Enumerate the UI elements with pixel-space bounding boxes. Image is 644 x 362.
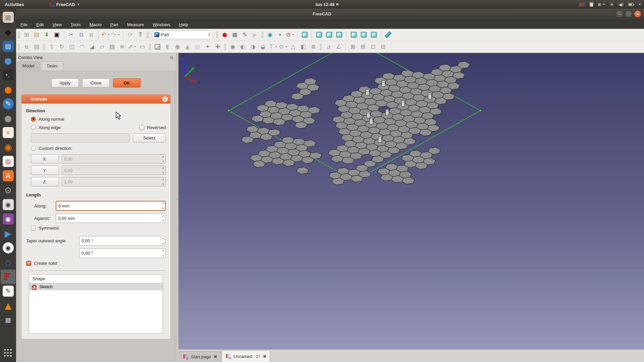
menu-macro[interactable]: Macro — [85, 21, 106, 28]
launcher-blender[interactable]: ◉ — [1, 140, 15, 154]
launcher-camera[interactable]: ◉ — [1, 197, 15, 212]
launcher-chromium[interactable]: ● — [1, 53, 15, 68]
part-split-boolean-button[interactable]: ⊙▼ — [278, 42, 288, 52]
launcher-show-applications[interactable] — [1, 346, 15, 360]
launcher-gimp[interactable]: ● — [1, 111, 15, 125]
draw-style-button[interactable]: ⊘▼ — [285, 30, 295, 40]
window-titlebar[interactable]: FreeCAD − □ ✕ — [0, 9, 644, 20]
open-document-button[interactable]: ▤ — [32, 30, 41, 40]
toolbar-grip[interactable] — [147, 32, 149, 38]
along-length-input[interactable]: 6 mm ▲▼ — [56, 201, 166, 211]
view-bottom-button[interactable] — [359, 30, 368, 40]
keyboard-layout-button[interactable]: it ▼ — [598, 2, 605, 7]
cut-button[interactable]: ✂ — [66, 30, 76, 40]
part-mirror-button[interactable]: ◫ — [67, 42, 76, 52]
part-union-button[interactable]: ◑ — [248, 42, 258, 52]
launcher-webcam-app[interactable]: ◉ — [1, 212, 15, 226]
launcher-files[interactable]: ▤ — [1, 10, 15, 24]
measure-toggle-delta-button[interactable]: ⊟ — [378, 42, 388, 52]
measure-toggle-all-button[interactable]: ⊞ — [358, 42, 368, 52]
part-chamfer-button[interactable]: ◢ — [87, 42, 97, 52]
redo-button[interactable]: ↷▼ — [111, 30, 120, 40]
clipboard-icon[interactable] — [589, 2, 593, 7]
part-extrude-button[interactable]: ⇧ — [47, 42, 56, 52]
dropdown-arrow-icon[interactable]: ▼ — [285, 45, 287, 48]
close-tab-icon[interactable]: ✖ — [263, 354, 266, 359]
view-left-button[interactable] — [369, 30, 378, 40]
part-loft-button[interactable]: ≋ — [117, 42, 127, 52]
launcher-eye-viewer[interactable]: ◉ — [1, 241, 15, 255]
volume-icon[interactable]: ◀) — [619, 2, 624, 7]
toolbar-grip[interactable] — [261, 32, 264, 38]
screen-record-icon[interactable] — [579, 2, 585, 6]
dropdown-arrow-icon[interactable]: ▼ — [117, 33, 120, 36]
part-common-button[interactable]: ◒ — [258, 42, 268, 52]
launcher-freecad[interactable]: F⚙ — [1, 269, 15, 284]
maximize-button[interactable]: □ — [625, 10, 632, 18]
macro-record-button[interactable]: ● — [220, 30, 229, 40]
whats-this-button[interactable]: ? — [136, 30, 145, 40]
macro-stop-button[interactable]: ■ — [230, 30, 239, 40]
view-right-button[interactable] — [334, 30, 344, 40]
close-task-button[interactable]: Close — [82, 78, 110, 87]
menu-windows[interactable]: Windows — [148, 21, 175, 28]
macro-edit-button[interactable]: ✎ — [240, 30, 250, 40]
document-tab-start-page[interactable]: F⚙Start page✖ — [179, 351, 221, 362]
x-input[interactable]: 0,00 ▲▼ — [62, 154, 166, 164]
part-revolve-button[interactable]: ↻ — [57, 42, 66, 52]
part-shape-builder-button[interactable]: ✚ — [213, 42, 222, 52]
part-torus-button[interactable]: ◎ — [193, 42, 202, 52]
close-tab-icon[interactable]: ✖ — [214, 354, 217, 359]
launcher-virtualbox[interactable]: ◇ — [1, 255, 15, 269]
airplane-mode-icon[interactable]: ✈ — [610, 2, 614, 7]
view-fit-selection-button[interactable]: ⌖ — [275, 30, 285, 40]
launcher-scribus[interactable]: ✎ — [1, 97, 15, 111]
float-panel-icon[interactable]: ⧉ — [170, 55, 173, 60]
macro-play-button[interactable]: ▶ — [250, 30, 260, 40]
copy-button[interactable]: ⧉ — [76, 30, 86, 40]
part-cone-button[interactable]: ▲ — [183, 42, 192, 52]
document-tab-unnamed-1-[interactable]: F⚙Unnamed : 1*✖ — [222, 350, 270, 362]
dropdown-arrow-icon[interactable]: ▼ — [275, 45, 277, 48]
taper-angle-input-1[interactable]: 0,00 ° ▲▼ — [79, 236, 166, 246]
measure-toggle-button[interactable] — [383, 30, 393, 40]
part-folder-button[interactable]: ▤ — [32, 42, 41, 52]
toolbar-grip[interactable] — [224, 44, 226, 50]
3d-viewport[interactable]: ZYX — [178, 53, 644, 349]
part-ruled-surface-button[interactable]: ▨ — [107, 42, 117, 52]
along-edge-radio[interactable] — [31, 125, 36, 130]
part-box-button[interactable] — [153, 42, 162, 52]
part-cut-button[interactable]: ◐ — [238, 42, 248, 52]
shape-list-item-sketch[interactable]: Sketch — [29, 283, 163, 290]
new-document-button[interactable]: ⊞ — [22, 30, 31, 40]
z-input[interactable]: 1,00 ▲▼ — [62, 177, 166, 186]
edge-input[interactable] — [31, 133, 129, 142]
battery-icon[interactable] — [628, 3, 634, 6]
refresh-button[interactable]: ⟳ — [125, 30, 135, 40]
launcher-text-editor[interactable]: ✎ — [1, 284, 15, 298]
toolbar-grip[interactable] — [18, 32, 20, 38]
measure-clear-all-button[interactable]: ⊠ — [348, 42, 358, 52]
extrude-header[interactable]: ⇧ Extrude ▲ — [21, 95, 170, 104]
menu-help[interactable]: Help — [175, 21, 193, 28]
view-top-button[interactable] — [324, 30, 334, 40]
part-sphere-button[interactable]: ● — [173, 42, 182, 52]
dropdown-arrow-icon[interactable]: ▼ — [134, 45, 137, 48]
launcher-firefox[interactable]: ● — [1, 82, 15, 97]
launcher-openshot[interactable]: ▦ — [1, 313, 15, 327]
part-make-face-button[interactable]: ▱ — [97, 42, 107, 52]
workbench-selector[interactable]: Part▲▼ — [152, 31, 213, 39]
close-button[interactable]: ✕ — [634, 10, 641, 18]
save-document-button[interactable]: ⬇ — [42, 30, 51, 40]
measure-toggle-3d-button[interactable]: ⊡ — [368, 42, 378, 52]
toolbar-grip[interactable] — [216, 32, 218, 38]
menu-file[interactable]: File — [16, 21, 32, 28]
part-cylinder-button[interactable]: ▮ — [163, 42, 172, 52]
part-compound-button[interactable]: ⧈ — [22, 42, 31, 52]
part-join-connect-button[interactable]: ⊤▼ — [268, 42, 278, 52]
view-fit-all-button[interactable]: ◉ — [265, 30, 275, 40]
collapse-section-icon[interactable]: ▲ — [162, 97, 168, 102]
symmetric-checkbox[interactable] — [31, 226, 36, 231]
view-front-button[interactable] — [314, 30, 324, 40]
reversed-checkbox[interactable] — [139, 125, 144, 130]
